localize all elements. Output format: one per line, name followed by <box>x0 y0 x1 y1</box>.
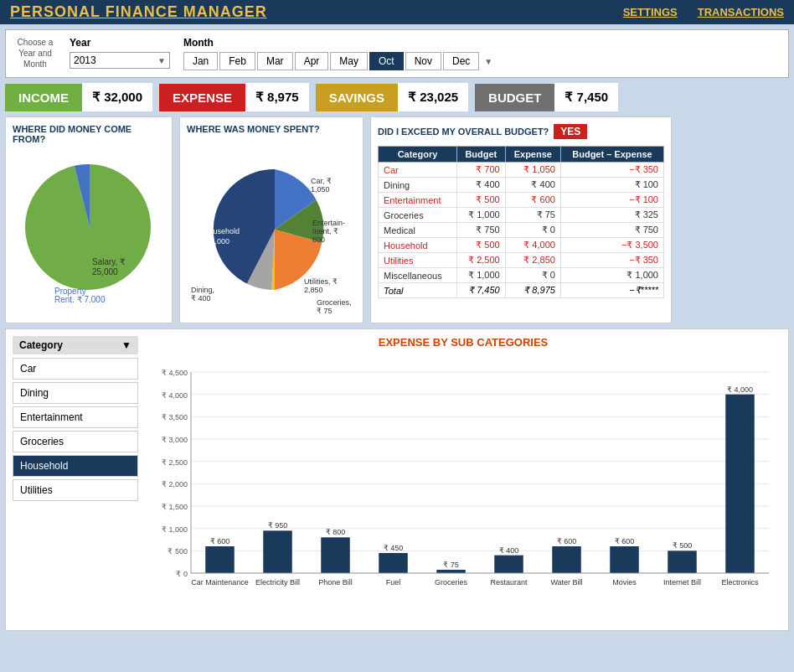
category-item-dining[interactable]: Dining <box>13 382 138 404</box>
bar-internet-bill[interactable] <box>668 551 697 573</box>
svg-text:₹ 0: ₹ 0 <box>176 570 188 578</box>
controls-bar: Choose a Year and Month Year ▼ Month Jan… <box>5 29 789 78</box>
charts-section: WHERE DID MONEY COME FROM? Property Rent… <box>5 116 789 323</box>
category-item-car[interactable]: Car <box>13 358 138 380</box>
bar-fuel[interactable] <box>379 553 408 573</box>
svg-text:₹ 4,500: ₹ 4,500 <box>162 369 188 377</box>
bar-chart-svg: ₹ 0₹ 500₹ 1,000₹ 1,500₹ 2,000₹ 2,500₹ 3,… <box>145 355 781 623</box>
bar-label-1: Electricity Bill <box>255 578 300 587</box>
settings-link[interactable]: SETTINGS <box>623 6 678 18</box>
bar-groceries[interactable] <box>436 570 466 573</box>
bar-chart-section: EXPENSE BY SUB CATEGORIES ₹ 0₹ 500₹ 1,00… <box>145 336 781 623</box>
budget-exceed-header: DID I EXCEED MY OVERALL BUDGET? YES <box>378 124 664 139</box>
bar-electronics[interactable] <box>725 395 755 573</box>
month-apr[interactable]: Apr <box>295 52 329 70</box>
budget-row: Utilities₹ 2,500₹ 2,850−₹ 350 <box>379 253 664 268</box>
bar-label-4: Groceries <box>435 578 468 587</box>
svg-text:₹ 600: ₹ 600 <box>210 537 230 545</box>
svg-text:₹ 500: ₹ 500 <box>673 541 693 550</box>
svg-text:₹ 1,000: ₹ 1,000 <box>162 525 188 534</box>
bar-phone-bill[interactable] <box>321 537 350 573</box>
budget-row: Household₹ 500₹ 4,000−₹ 3,500 <box>379 238 664 253</box>
category-item-groceries[interactable]: Groceries <box>13 431 138 452</box>
bar-restaurant[interactable] <box>494 556 523 573</box>
expense-label: EXPENSE <box>159 84 245 111</box>
budget-value: ₹ 7,450 <box>554 83 618 111</box>
summary-bar: INCOME ₹ 32,000 EXPENSE ₹ 8,975 SAVINGS … <box>5 83 789 111</box>
dining-pie-label: Dining, <box>191 286 214 294</box>
car-pie-label: Car, ₹ <box>311 177 332 185</box>
property-value-label: Rent, ₹ 7,000 <box>54 295 106 302</box>
svg-text:₹ 2,500: ₹ 2,500 <box>162 458 188 467</box>
entertain-pie-label: Entertain- <box>312 219 345 227</box>
expense-chart-title: WHERE WAS MONEY SPENT? <box>187 124 356 134</box>
svg-text:₹ 600: ₹ 600 <box>557 537 577 545</box>
household-pie-label: Household <box>204 227 240 235</box>
month-nov[interactable]: Nov <box>405 52 441 70</box>
svg-text:₹ 800: ₹ 800 <box>326 528 346 536</box>
bar-car-maintenance[interactable] <box>205 546 235 573</box>
yes-badge: YES <box>554 124 587 139</box>
salary-label: Salary, ₹ <box>92 257 125 266</box>
col-expense: Expense <box>505 147 560 163</box>
svg-text:₹ 4,000: ₹ 4,000 <box>162 391 188 400</box>
year-input[interactable] <box>74 54 157 66</box>
bar-label-9: Electronics <box>721 578 759 587</box>
entertain-pie-amt: 600 <box>312 235 325 244</box>
category-items: CarDiningEntertainmentGroceriesHousehold… <box>13 358 138 501</box>
month-jan[interactable]: Jan <box>183 52 218 70</box>
category-item-household[interactable]: Household <box>13 455 138 477</box>
svg-text:₹ 3,000: ₹ 3,000 <box>162 436 188 444</box>
budget-row: Car₹ 700₹ 1,050−₹ 350 <box>379 163 664 178</box>
budget-table-section: DID I EXCEED MY OVERALL BUDGET? YES Cate… <box>370 116 672 323</box>
month-mar[interactable]: Mar <box>257 52 293 70</box>
utilities-pie-value: 2,850 <box>304 286 323 294</box>
month-label: Month <box>183 37 780 49</box>
col-category: Category <box>379 147 457 163</box>
month-feb[interactable]: Feb <box>219 52 255 70</box>
category-list: Category ▼ CarDiningEntertainmentGroceri… <box>13 336 138 623</box>
svg-text:₹ 500: ₹ 500 <box>168 547 188 556</box>
svg-text:₹ 950: ₹ 950 <box>268 521 288 530</box>
bar-label-0: Car Maintenance <box>191 578 249 587</box>
category-header-label: Category <box>19 339 63 351</box>
month-oct[interactable]: Oct <box>369 52 404 70</box>
month-may[interactable]: May <box>330 52 368 70</box>
groceries-pie-label: Groceries, <box>317 298 352 307</box>
household-pie-value: ₹ 4,000 <box>204 237 229 246</box>
bar-movies[interactable] <box>610 546 639 573</box>
budget-rows: Car₹ 700₹ 1,050−₹ 350Dining₹ 400₹ 400₹ 1… <box>379 163 664 298</box>
bar-chart-area: ₹ 0₹ 500₹ 1,000₹ 1,500₹ 2,000₹ 2,500₹ 3,… <box>145 355 781 623</box>
year-label: Year <box>70 37 170 49</box>
month-dec[interactable]: Dec <box>443 52 479 70</box>
svg-text:₹ 2,000: ₹ 2,000 <box>162 480 188 488</box>
car-pie-value: 1,050 <box>311 185 330 194</box>
category-item-entertainment[interactable]: Entertainment <box>13 406 138 428</box>
bottom-section: Category ▼ CarDiningEntertainmentGroceri… <box>5 328 789 631</box>
bar-water-bill[interactable] <box>552 546 581 573</box>
budget-row: Miscellaneous₹ 1,000₹ 0₹ 1,000 <box>379 268 664 283</box>
bar-label-7: Movies <box>612 578 637 587</box>
savings-summary: SAVINGS ₹ 23,025 <box>316 83 468 111</box>
groceries-pie-value: ₹ 75 <box>317 307 333 313</box>
transactions-link[interactable]: TRANSACTIONS <box>698 6 784 18</box>
budget-row: Dining₹ 400₹ 400₹ 100 <box>379 178 664 193</box>
budget-row: Medical₹ 750₹ 0₹ 750 <box>379 223 664 238</box>
bar-chart-title: EXPENSE BY SUB CATEGORIES <box>145 336 781 349</box>
dining-pie-value: ₹ 400 <box>191 294 211 302</box>
bar-electricity-bill[interactable] <box>263 530 292 573</box>
category-filter-icon[interactable]: ▼ <box>121 339 131 351</box>
category-item-utilities[interactable]: Utilities <box>13 479 138 501</box>
month-dropdown-arrow: ▼ <box>484 57 492 66</box>
budget-row: Entertainment₹ 500₹ 600−₹ 100 <box>379 193 664 208</box>
year-dropdown[interactable]: ▼ <box>70 52 170 69</box>
income-value: ₹ 32,000 <box>82 83 152 111</box>
budget-row: Groceries₹ 1,000₹ 75₹ 325 <box>379 208 664 223</box>
svg-text:₹ 600: ₹ 600 <box>615 537 635 545</box>
year-section: Year ▼ <box>70 37 170 69</box>
bar-label-6: Water Bill <box>550 578 582 587</box>
month-section: Month Jan Feb Mar Apr May Oct Nov Dec ▼ <box>183 37 780 70</box>
svg-text:₹ 450: ₹ 450 <box>384 544 404 552</box>
app-title: PERSONAL FINANCE MANAGER <box>10 3 267 21</box>
month-buttons: Jan Feb Mar Apr May Oct Nov Dec ▼ <box>183 52 780 70</box>
